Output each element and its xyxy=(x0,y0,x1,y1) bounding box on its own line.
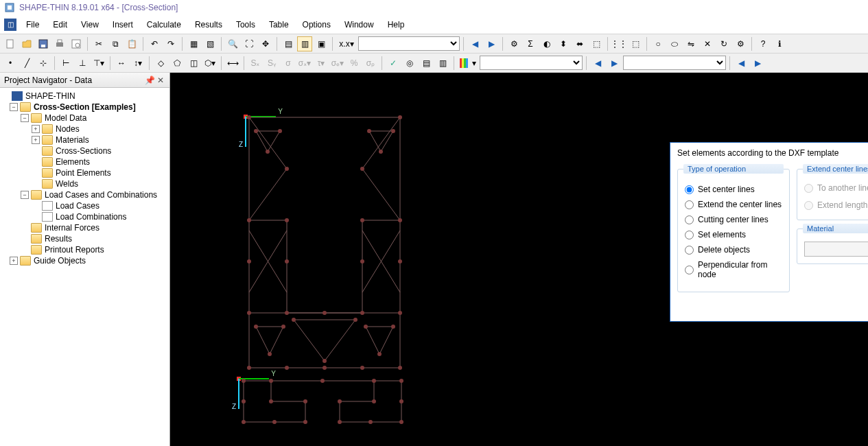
list-icon-1[interactable]: ▤ xyxy=(419,56,434,71)
tree-point-elements[interactable]: Point Elements xyxy=(56,168,111,178)
close-panel-icon[interactable]: ✕ xyxy=(156,75,165,85)
tree-internal-forces[interactable]: Internal Forces xyxy=(45,223,99,233)
tree-cross-section[interactable]: Cross-Section [Examples] xyxy=(34,102,136,112)
shape-icon-1[interactable]: ◇ xyxy=(153,56,168,71)
style-dropdown-icon[interactable]: x.x▾ xyxy=(336,36,357,51)
stress-icon-1[interactable]: Sₓ xyxy=(248,56,263,71)
panel-icon-3[interactable]: ▣ xyxy=(314,36,329,51)
line-icon[interactable]: ╱ xyxy=(19,56,34,71)
navigator-tree[interactable]: SHAPE-THIN −Cross-Section [Examples] −Mo… xyxy=(0,88,169,446)
zoom-icon[interactable]: 🔍 xyxy=(225,36,240,51)
print-icon[interactable] xyxy=(52,36,67,51)
toolbar-icon-1[interactable]: ▦ xyxy=(186,36,201,51)
axis-icon[interactable]: ✕ xyxy=(700,36,715,51)
tree-guide-objects[interactable]: Guide Objects xyxy=(34,256,86,266)
copy-icon[interactable]: ⧉ xyxy=(108,36,123,51)
menu-view[interactable]: View xyxy=(74,15,106,34)
menu-help[interactable]: Help xyxy=(381,15,412,34)
stress-icon-7[interactable]: % xyxy=(347,56,362,71)
zoom-all-icon[interactable]: ⛶ xyxy=(242,36,257,51)
nav-prev-icon[interactable]: ◀ xyxy=(467,36,482,51)
open-icon[interactable] xyxy=(19,36,34,51)
grid-icon-1[interactable]: ⋮⋮ xyxy=(611,36,626,51)
tree-printout[interactable]: Printout Reports xyxy=(45,245,104,255)
radio-perpendicular[interactable]: Perpendicular from node xyxy=(685,260,782,279)
print-preview-icon[interactable] xyxy=(69,36,84,51)
expand-toggle[interactable]: − xyxy=(10,103,18,111)
tree-lcc[interactable]: Load Cases and Combinations xyxy=(45,190,157,200)
shape-icon-3[interactable]: ◫ xyxy=(186,56,201,71)
radio-set-center-lines[interactable]: Set center lines xyxy=(685,185,782,194)
tree-nodes[interactable]: Nodes xyxy=(56,124,80,134)
measure-icon[interactable]: ⟷ xyxy=(225,56,240,71)
menu-results[interactable]: Results xyxy=(188,15,229,34)
gear-icon[interactable]: ⚙ xyxy=(733,36,748,51)
radio-cutting-center-lines[interactable]: Cutting center lines xyxy=(685,215,782,224)
dialog-titlebar[interactable]: Set elements according to the DXF templa… xyxy=(670,143,868,163)
stress-icon-4[interactable]: σₓ▾ xyxy=(297,56,312,71)
new-icon[interactable] xyxy=(3,36,18,51)
tree-welds[interactable]: Welds xyxy=(56,179,78,189)
panel-icon-2[interactable]: ▥ xyxy=(297,36,312,51)
panel-icon-1[interactable]: ▤ xyxy=(281,36,296,51)
expand-toggle[interactable]: + xyxy=(32,136,40,144)
ellipse-tool-icon[interactable]: ⬭ xyxy=(667,36,682,51)
redo-icon[interactable]: ↷ xyxy=(163,36,178,51)
dim-icon-2[interactable]: ↕▾ xyxy=(130,56,145,71)
sigma-icon[interactable]: Σ xyxy=(523,36,538,51)
expand-toggle[interactable]: − xyxy=(21,114,29,122)
shape-icon-4[interactable]: ⬡▾ xyxy=(202,56,218,71)
help-icon[interactable]: ? xyxy=(755,36,771,51)
expand-toggle[interactable]: + xyxy=(10,257,18,265)
color-dropdown-icon[interactable]: ▾ xyxy=(458,56,478,71)
tree-materials[interactable]: Materials xyxy=(56,135,89,145)
tree-load-combinations[interactable]: Load Combinations xyxy=(56,212,126,222)
section-icon-1[interactable]: ⬍ xyxy=(556,36,571,51)
nav-next-icon[interactable]: ▶ xyxy=(484,36,499,51)
menu-calculate[interactable]: Calculate xyxy=(140,15,188,34)
stress-icon-3[interactable]: σ xyxy=(281,56,296,71)
node-icon[interactable]: • xyxy=(3,56,18,71)
tree-results[interactable]: Results xyxy=(45,234,72,244)
element-icon-2[interactable]: ⊥ xyxy=(75,56,90,71)
rotate-icon[interactable]: ↻ xyxy=(716,36,731,51)
menu-edit[interactable]: Edit xyxy=(46,15,74,34)
grid-icon-2[interactable]: ⬚ xyxy=(628,36,643,51)
save-icon[interactable] xyxy=(36,36,51,51)
dim-icon-1[interactable]: ↔ xyxy=(114,56,129,71)
paste-icon[interactable]: 📋 xyxy=(124,36,139,51)
stress-icon-2[interactable]: Sᵧ xyxy=(264,56,279,71)
snap-icon[interactable]: ⊹ xyxy=(36,56,51,71)
toolbar-icon-2[interactable]: ▧ xyxy=(202,36,218,51)
radio-extend-center-lines[interactable]: Extend the center lines xyxy=(685,200,782,209)
list-icon-2[interactable]: ▥ xyxy=(435,56,450,71)
pin-icon[interactable]: 📌 xyxy=(145,75,154,85)
drawing-viewport[interactable]: Set elements according to the DXF templa… xyxy=(170,73,868,446)
toolbar-combo-2[interactable] xyxy=(480,56,583,70)
pan-icon[interactable]: ✥ xyxy=(258,36,273,51)
menu-insert[interactable]: Insert xyxy=(106,15,140,34)
expand-toggle[interactable]: − xyxy=(21,191,29,199)
undo-icon[interactable]: ↶ xyxy=(147,36,162,51)
target-icon[interactable]: ◎ xyxy=(402,56,417,71)
nav-prev-2-icon[interactable]: ◀ xyxy=(590,56,605,71)
element-icon-3[interactable]: ⊤▾ xyxy=(91,56,106,71)
check-icon[interactable]: ✓ xyxy=(386,56,401,71)
system-menu-icon[interactable]: ◫ xyxy=(1,15,19,34)
tree-model-data[interactable]: Model Data xyxy=(45,113,86,123)
expand-toggle[interactable]: + xyxy=(32,125,40,133)
mirror-icon[interactable]: ⇋ xyxy=(683,36,699,51)
section-icon-2[interactable]: ⬌ xyxy=(572,36,587,51)
calc-icon[interactable]: ⚙ xyxy=(506,36,521,51)
tree-load-cases[interactable]: Load Cases xyxy=(56,201,99,211)
nav-prev-3-icon[interactable]: ◀ xyxy=(734,56,749,71)
cut-icon[interactable]: ✂ xyxy=(91,36,106,51)
menu-file[interactable]: File xyxy=(19,15,46,34)
menu-tools[interactable]: Tools xyxy=(229,15,262,34)
tree-cross-sections[interactable]: Cross-Sections xyxy=(56,146,111,156)
info-icon[interactable]: ℹ xyxy=(772,36,787,51)
tree-root[interactable]: SHAPE-THIN xyxy=(25,91,75,101)
menu-options[interactable]: Options xyxy=(296,15,338,34)
section-icon-3[interactable]: ⬚ xyxy=(589,36,604,51)
toolbar-combo-3[interactable] xyxy=(623,56,726,70)
